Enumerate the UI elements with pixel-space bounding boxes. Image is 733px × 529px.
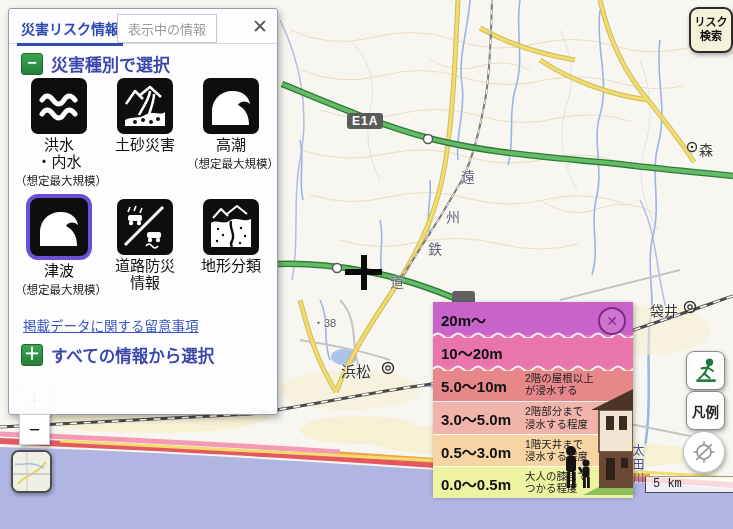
minimap-thumbnail <box>13 452 50 491</box>
legend-range: 5.0～10m <box>441 374 507 395</box>
tsunami-depth-legend: 20m～ ✕ 10～20m 5.0～10m 2階の屋根以上 が浸水する 3.0～… <box>433 302 633 495</box>
railway-label-char: 道 <box>390 271 404 291</box>
expand-icon[interactable]: ＋ <box>21 344 43 366</box>
tab-displayed-info[interactable]: 表示中の情報 <box>117 14 217 43</box>
disaster-risk-panel: 災害リスク情報 表示中の情報 ✕ − 災害種別で選択 洪水 ・内水 （想定最大規… <box>8 8 278 415</box>
zoom-out-button[interactable]: − <box>19 414 50 445</box>
interchange-icon <box>424 135 433 144</box>
railway-label-char: 鉄 <box>428 238 442 258</box>
disaster-type-label: 津波 <box>15 263 103 280</box>
map-scale-bar: 5 km <box>645 476 733 493</box>
landslide-icon[interactable] <box>117 78 173 134</box>
legend-row: 0.0～0.5m 大人の膝まで つかる程度 <box>433 466 633 498</box>
disaster-type-label: 洪水 ・内水 <box>15 137 103 171</box>
section-title: すべての情報から選択 <box>51 343 214 367</box>
legend-row: 3.0～5.0m 2階部分まで 浸水する程度 <box>433 401 633 434</box>
section-by-disaster-type: − 災害種別で選択 <box>21 51 170 76</box>
running-person-icon <box>692 357 720 385</box>
legend-range: 20m～ <box>441 308 486 329</box>
legend-range: 0.5～3.0m <box>441 440 511 461</box>
disaster-type-caption: （想定最大規模） <box>187 155 275 171</box>
disaster-type-tsunami[interactable]: 津波 （想定最大規模） <box>15 199 103 297</box>
collapse-icon[interactable]: − <box>21 53 43 75</box>
tab-disaster-risk-info[interactable]: 災害リスク情報 <box>17 16 123 46</box>
risk-search-button[interactable]: リスク 検索 <box>689 7 733 53</box>
railway-label-char: 遠 <box>461 166 475 186</box>
section-all-info: ＋ すべての情報から選択 <box>21 343 214 367</box>
legend-range: 0.0～0.5m <box>441 472 511 493</box>
disaster-type-label: 高潮 <box>187 137 275 154</box>
legend-note: 2階の屋根以上 が浸水する <box>525 372 594 397</box>
minimap-button[interactable] <box>11 450 52 493</box>
disaster-type-landform[interactable]: 地形分類 <box>187 199 275 276</box>
disaster-type-label: 道路防災 情報 <box>101 258 189 292</box>
panel-tabbar: 災害リスク情報 表示中の情報 ✕ <box>9 9 277 44</box>
close-icon[interactable]: ✕ <box>252 15 268 38</box>
legend-toggle-button[interactable]: 凡例 <box>686 391 725 430</box>
disaster-type-caption: （想定最大規模） <box>15 281 103 297</box>
evacuation-layer-button[interactable] <box>686 351 725 390</box>
railway-label-char: 州 <box>446 206 460 226</box>
compass-disabled-icon <box>690 438 718 466</box>
legend-row: 0.5～3.0m 1階天井まで 浸水する程度 <box>433 434 633 466</box>
flood-icon[interactable] <box>31 78 87 134</box>
disaster-type-flood[interactable]: 洪水 ・内水 （想定最大規模） <box>15 78 103 188</box>
hazard-map-app: E1A 森 袋井 浜松 遠 州 鉄 道 太田川 ・38 災害リスク情報 表示中の… <box>0 0 733 529</box>
legend-close-icon[interactable]: ✕ <box>598 307 626 335</box>
legend-note: 1階天井まで 浸水する程度 <box>525 438 588 463</box>
legend-note: 2階部分まで 浸水する程度 <box>525 405 588 430</box>
storm-surge-icon[interactable] <box>203 78 259 134</box>
legend-row: 10～20m <box>433 335 633 368</box>
data-notice-link[interactable]: 掲載データに関する留意事項 <box>23 315 199 335</box>
disaster-type-road-disaster[interactable]: 道路防災 情報 <box>101 199 189 293</box>
legend-range: 3.0～5.0m <box>441 408 511 429</box>
legend-row: 5.0～10m 2階の屋根以上 が浸水する <box>433 368 633 401</box>
legend-row: 20m～ ✕ <box>433 302 633 335</box>
current-location-button[interactable] <box>683 431 725 473</box>
disaster-type-storm-surge[interactable]: 高潮 （想定最大規模） <box>187 78 275 171</box>
disaster-type-label: 土砂災害 <box>101 137 189 154</box>
legend-range: 10～20m <box>441 341 503 362</box>
legend-note: 大人の膝まで つかる程度 <box>525 470 588 495</box>
section-title: 災害種別で選択 <box>51 51 170 76</box>
expressway-badge: E1A <box>347 113 383 129</box>
interchange-icon <box>333 264 342 273</box>
disaster-type-label: 地形分類 <box>187 258 275 275</box>
road-disaster-icon[interactable] <box>117 199 173 255</box>
disaster-type-caption: （想定最大規模） <box>15 172 103 188</box>
disaster-type-landslide[interactable]: 土砂災害 <box>101 78 189 155</box>
landform-icon[interactable] <box>203 199 259 255</box>
tsunami-icon[interactable] <box>26 194 92 260</box>
legend-handle[interactable] <box>452 291 475 302</box>
